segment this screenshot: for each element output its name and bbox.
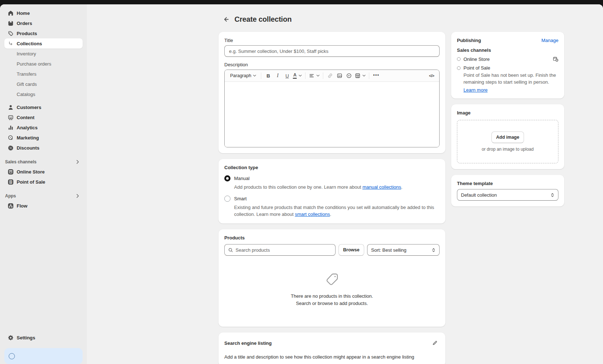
sidebar-item-label: Gift cards (17, 81, 37, 87)
more-formatting-button[interactable]: ••• (371, 71, 381, 80)
radio-selected-icon[interactable] (224, 175, 230, 181)
sidebar-item-collections[interactable]: Collections (4, 38, 83, 49)
sidebar-item-label: Customers (17, 105, 41, 110)
app-frame: HomeOrdersProductsCollectionsInventoryPu… (0, 4, 603, 364)
sidebar-item-label: Marketing (17, 135, 39, 141)
product-search-input[interactable] (236, 247, 332, 253)
insert-table-button[interactable] (354, 71, 367, 80)
sidebar-main-nav: HomeOrdersProductsCollectionsInventoryPu… (4, 8, 83, 153)
sidebar-item-label: Online Store (17, 169, 45, 175)
seo-description: Add a title and description to see how t… (224, 353, 440, 360)
schedule-icon[interactable] (553, 56, 558, 62)
video-icon (346, 73, 352, 79)
underline-button[interactable]: U (282, 71, 292, 80)
option-description: Existing and future products that match … (234, 204, 440, 218)
image-card: Image Add image or drop an image to uplo… (451, 104, 564, 169)
collection-type-card: Collection type ManualAdd products to th… (219, 159, 445, 223)
sidebar-item-label: Home (17, 11, 30, 16)
insert-link-button[interactable] (325, 71, 335, 80)
sidebar-item-label: Transfers (17, 71, 36, 77)
sidebar-item-purchase-orders[interactable]: Purchase orders (4, 59, 83, 69)
sidebar-item-discounts[interactable]: Discounts (4, 143, 83, 153)
sub-arrow-icon (8, 41, 14, 47)
content-icon (8, 114, 14, 121)
sidebar-item-gift-cards[interactable]: Gift cards (4, 79, 83, 89)
text-color-button[interactable]: A (292, 71, 303, 80)
sidebar-item-catalogs[interactable]: Catalogs (4, 89, 83, 99)
create-collection-page: Create collection Title Description Para… (219, 14, 564, 364)
image-dropzone[interactable]: Add image or drop an image to upload (457, 120, 558, 163)
sidebar-item-products[interactable]: Products (4, 28, 83, 38)
discounts-icon (8, 145, 14, 151)
section-header-label: Sales channels (5, 159, 37, 164)
sidebar-item-online-store[interactable]: Online Store (4, 167, 83, 177)
browse-button[interactable]: Browse (338, 244, 364, 256)
tag-icon (323, 271, 341, 288)
channel-row-online-store: Online Store (457, 56, 558, 62)
description-textarea[interactable] (225, 82, 439, 147)
manage-publishing-link[interactable]: Manage (541, 38, 558, 43)
sidebar-item-home[interactable]: Home (4, 8, 83, 18)
insert-video-button[interactable] (344, 71, 354, 80)
option-link[interactable]: manual collections (362, 184, 401, 190)
pos-warning-text: Point of Sale has not been set up. Finis… (463, 72, 558, 85)
bold-button[interactable]: B (263, 71, 273, 80)
empty-state-subtitle: Search or browse to add products. (291, 300, 373, 307)
progress-circle-icon (9, 353, 15, 359)
chevron-right-icon (75, 193, 80, 199)
sidebar-item-customers[interactable]: Customers (4, 102, 83, 112)
sidebar-item-analytics[interactable]: Analytics (4, 122, 83, 133)
italic-button[interactable]: I (273, 71, 282, 80)
alignment-button[interactable] (308, 71, 321, 80)
sidebar-section-sales-channels[interactable]: Sales channels (4, 157, 83, 167)
pencil-icon (432, 340, 438, 346)
sidebar-item-inventory[interactable]: Inventory (4, 49, 83, 59)
svg-text:$: $ (10, 180, 12, 183)
collection-type-option-smart[interactable]: Smart (224, 196, 440, 202)
theme-template-select[interactable]: Default collection (457, 189, 558, 201)
sales-channels-subheading: Sales channels (457, 47, 558, 53)
sidebar-section-apps[interactable]: Apps (4, 191, 83, 201)
page-title: Create collection (234, 15, 292, 24)
sidebar-item-marketing[interactable]: Marketing (4, 133, 83, 143)
sidebar-item-transfers[interactable]: Transfers (4, 69, 83, 79)
publishing-card: Publishing Manage Sales channels Online … (451, 32, 564, 99)
main-content: Create collection Title Description Para… (87, 4, 603, 364)
learn-more-link[interactable]: Learn more (463, 87, 487, 93)
chevron-down-icon (253, 75, 256, 77)
back-button[interactable] (221, 14, 231, 24)
show-html-button[interactable]: </> (427, 71, 436, 80)
sidebar-item-flow[interactable]: Flow (4, 201, 83, 211)
sort-select[interactable]: Sort: Best selling (367, 244, 440, 256)
chevron-down-icon (299, 75, 302, 77)
edit-seo-button[interactable] (430, 338, 440, 348)
add-image-button[interactable]: Add image (491, 131, 524, 143)
channel-status-icon (457, 66, 461, 70)
sidebar-item-label: Settings (17, 335, 35, 340)
seo-heading: Search engine listing (224, 340, 272, 346)
sidebar-bottom: Settings (4, 332, 83, 364)
empty-state-title: There are no products in this collection… (291, 293, 373, 300)
sidebar-item-label: Discounts (17, 145, 39, 151)
option-link[interactable]: smart collections (295, 212, 330, 217)
title-input[interactable] (224, 45, 440, 57)
sidebar-item-point-of-sale[interactable]: $Point of Sale (4, 177, 83, 187)
sidebar-item-label: Products (17, 31, 37, 36)
flow-icon (8, 203, 14, 209)
collection-type-heading: Collection type (224, 165, 440, 170)
collection-type-option-manual[interactable]: Manual (224, 175, 440, 181)
toolbar-divider (369, 72, 369, 79)
table-icon (355, 73, 361, 79)
sidebar-item-label: Collections (17, 41, 42, 46)
section-header-label: Apps (5, 193, 16, 198)
sidebar-bottom-callout[interactable] (4, 348, 83, 364)
image-icon (337, 73, 342, 79)
sidebar-item-settings[interactable]: Settings (4, 332, 83, 343)
search-icon (228, 247, 233, 253)
insert-image-button[interactable] (335, 71, 344, 80)
paragraph-style-dropdown[interactable]: Paragraph (228, 71, 259, 80)
toolbar-divider (323, 72, 323, 79)
radio-unselected-icon[interactable] (224, 196, 230, 202)
sidebar-item-orders[interactable]: Orders (4, 18, 83, 28)
sidebar-item-content[interactable]: Content (4, 112, 83, 122)
